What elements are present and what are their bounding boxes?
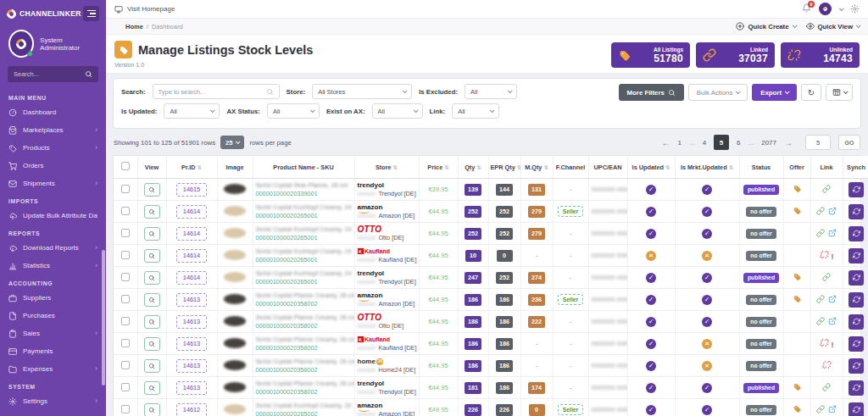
sidebar-item-update-bulk-attribute-data[interactable]: Update Bulk Attribute Data <box>0 207 106 225</box>
synch-button[interactable] <box>849 380 864 396</box>
sort-icon[interactable]: ⇅ <box>444 164 448 170</box>
offer-tag-icon[interactable] <box>793 184 802 193</box>
product-id-badge[interactable]: 14614 <box>176 205 207 219</box>
is-excluded-select[interactable]: All <box>465 84 517 99</box>
synch-button[interactable] <box>849 358 864 374</box>
product-sku-link[interactable]: 000001000020265001 <box>256 278 352 286</box>
exist-on-ax-select[interactable]: All <box>372 103 423 119</box>
chevron-down-icon[interactable] <box>839 6 844 11</box>
link-cell[interactable] <box>810 399 843 416</box>
breadcrumb-home[interactable]: Home <box>125 23 143 31</box>
sidebar-item-payments[interactable]: Payments <box>0 342 106 360</box>
product-sku-link[interactable]: 000001000020265001 <box>256 212 352 220</box>
product-id-badge[interactable]: 14614 <box>176 227 207 241</box>
sidebar-item-shipments[interactable]: Shipments› <box>0 175 106 192</box>
link-cell[interactable]: ! <box>810 333 843 355</box>
store-select[interactable]: All Stores <box>312 84 412 99</box>
synch-button[interactable] <box>849 402 864 416</box>
sort-icon[interactable]: ⇅ <box>198 164 202 170</box>
table-search-input[interactable] <box>159 88 260 96</box>
page-size-select[interactable]: 25 <box>220 136 244 149</box>
product-id-badge[interactable]: 14614 <box>176 249 207 263</box>
sidebar-item-dashboard[interactable]: Dashboard <box>0 103 106 121</box>
product-sku-link[interactable]: 000001000020358002 <box>256 344 352 352</box>
view-button[interactable] <box>144 249 160 263</box>
synch-button[interactable] <box>849 182 864 197</box>
view-button[interactable] <box>144 227 160 241</box>
link-cell[interactable] <box>810 377 843 399</box>
user-profile[interactable]: System Administrator <box>0 26 106 64</box>
brand-logo[interactable]: CHANNELINKER <box>7 9 81 19</box>
external-link-icon[interactable] <box>828 295 837 303</box>
synch-button[interactable] <box>849 270 864 286</box>
synch-button[interactable] <box>849 314 864 330</box>
offer-tag-icon[interactable] <box>793 206 802 215</box>
sidebar-item-expenses[interactable]: Expenses› <box>0 360 106 378</box>
row-checkbox[interactable] <box>121 317 130 325</box>
column-header-qty[interactable]: Qty⇅ <box>458 156 488 179</box>
row-checkbox[interactable] <box>121 273 130 281</box>
row-checkbox[interactable] <box>121 295 130 303</box>
pagination-page-2077[interactable]: 2077 <box>761 139 776 147</box>
link-cell[interactable] <box>810 311 843 333</box>
row-checkbox[interactable] <box>121 251 130 259</box>
link-cell[interactable] <box>810 355 843 377</box>
synch-button[interactable] <box>849 248 864 263</box>
product-id-badge[interactable]: 14614 <box>176 271 207 285</box>
synch-button[interactable] <box>849 204 864 219</box>
link-cell[interactable] <box>810 179 843 201</box>
quick-create-button[interactable]: Quick Create <box>736 22 795 31</box>
product-id-badge[interactable]: 14613 <box>176 293 207 307</box>
link-cell[interactable] <box>810 201 843 223</box>
sidebar-item-marketplaces[interactable]: Marketplaces› <box>0 121 106 139</box>
link-cell[interactable]: ! <box>810 245 843 267</box>
product-sku-link[interactable]: 000001000020358002 <box>256 300 352 308</box>
product-id-badge[interactable]: 14613 <box>176 337 207 351</box>
gear-icon[interactable] <box>850 4 860 14</box>
column-header-select[interactable] <box>114 156 137 179</box>
pagination-page-6[interactable]: 6 <box>737 139 740 147</box>
product-sku-link[interactable]: 000001000020358002 <box>256 366 352 374</box>
link-cell[interactable] <box>810 223 843 245</box>
columns-button[interactable] <box>826 84 853 101</box>
product-id-badge[interactable]: 14615 <box>176 183 207 197</box>
sort-icon[interactable]: ⇅ <box>476 164 481 170</box>
view-button[interactable] <box>144 205 160 219</box>
is-updated-select[interactable]: All <box>164 103 220 119</box>
column-header-pr-id[interactable]: Pr.ID⇅ <box>166 156 217 179</box>
visit-homepage-link[interactable]: Visit Homepage <box>114 5 175 14</box>
sidebar-item-orders[interactable]: Orders <box>0 157 106 175</box>
sidebar-item-products[interactable]: Products› <box>0 139 106 157</box>
product-sku-link[interactable]: 000001000020358002 <box>256 388 352 397</box>
product-sku-link[interactable]: 000001000020265002 <box>256 410 352 416</box>
view-button[interactable] <box>144 403 160 416</box>
synch-button[interactable] <box>849 226 864 241</box>
external-link-icon[interactable] <box>828 405 837 413</box>
offer-tag-icon[interactable] <box>793 294 802 303</box>
row-checkbox[interactable] <box>121 339 130 347</box>
sort-icon[interactable]: ⇅ <box>543 164 548 170</box>
link-cell[interactable] <box>810 289 843 311</box>
product-id-badge[interactable]: 14613 <box>176 359 207 373</box>
product-sku-link[interactable]: 000001000020358002 <box>256 322 352 330</box>
notifications-button[interactable]: 9 <box>802 3 811 14</box>
sidebar-item-download-reports[interactable]: Download Reports› <box>0 239 106 257</box>
row-checkbox[interactable] <box>121 185 130 193</box>
offer-tag-icon[interactable] <box>793 382 802 391</box>
product-id-badge[interactable]: 14613 <box>176 381 207 395</box>
stat-card-linked[interactable]: Linked37037 <box>696 42 775 68</box>
export-button[interactable]: Export <box>752 84 797 101</box>
quick-view-button[interactable]: Quick View <box>806 22 860 31</box>
sidebar-scrollbar[interactable] <box>102 250 105 385</box>
column-header-epr-qty[interactable]: EPR Qty⇅ <box>488 156 520 179</box>
sort-icon[interactable]: ⇅ <box>393 164 398 170</box>
column-header-store[interactable]: Store⇅ <box>354 156 419 179</box>
column-header-price[interactable]: Price⇅ <box>419 156 458 179</box>
ax-status-select[interactable]: All <box>267 103 320 119</box>
pagination-goto-input[interactable] <box>805 135 831 150</box>
product-sku-link[interactable]: 000001000020265001 <box>256 234 352 242</box>
offer-tag-icon[interactable] <box>793 404 802 413</box>
view-button[interactable] <box>144 293 160 307</box>
sidebar-item-purchases[interactable]: Purchases <box>0 307 106 324</box>
product-sku-link[interactable]: 000001000020339001 <box>256 190 352 198</box>
